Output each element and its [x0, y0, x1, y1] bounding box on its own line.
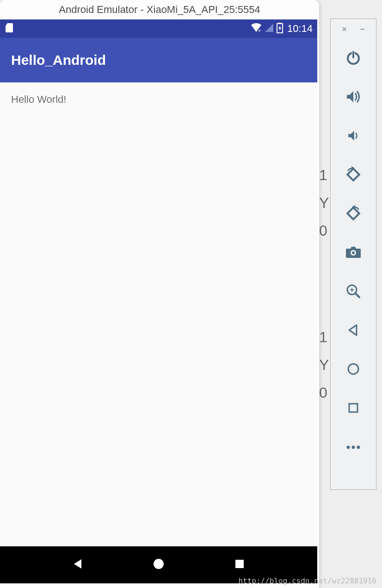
svg-line-14 — [355, 293, 359, 297]
status-left — [5, 22, 14, 35]
svg-point-4 — [154, 559, 164, 569]
svg-rect-9 — [347, 169, 359, 180]
minimize-icon: − — [360, 25, 365, 34]
rotate-right-icon — [345, 205, 362, 224]
emulator-overview-button[interactable] — [339, 395, 367, 423]
app-title: Hello_Android — [11, 52, 106, 68]
svg-rect-18 — [349, 404, 357, 412]
zoom-in-icon — [345, 283, 361, 301]
app-bar: Hello_Android — [0, 38, 317, 82]
camera-icon — [345, 245, 362, 262]
svg-rect-10 — [347, 207, 359, 219]
rotate-left-icon — [345, 166, 362, 185]
volume-down-button[interactable] — [339, 123, 367, 150]
battery-charging-icon — [276, 22, 283, 35]
close-button[interactable]: × — [340, 25, 349, 34]
svg-rect-5 — [235, 560, 244, 568]
wifi-icon: × — [250, 23, 262, 35]
more-horizontal-icon — [345, 444, 361, 452]
triangle-back-icon — [71, 557, 84, 572]
nav-recents-button[interactable] — [230, 556, 249, 574]
status-right: × 10:14 — [250, 22, 313, 35]
nav-back-button[interactable] — [68, 556, 87, 574]
svg-point-17 — [348, 364, 358, 374]
device-screen: × 10:14 Hello_Android Hello World! — [0, 19, 317, 583]
sdcard-icon — [5, 22, 14, 35]
watermark: http://blog.csdn.net/wz22881916 — [238, 576, 376, 585]
background-fragment: Y — [319, 357, 329, 374]
svg-point-19 — [347, 446, 350, 449]
square-recents-icon — [234, 558, 246, 572]
svg-rect-3 — [278, 23, 281, 24]
background-fragment: 0 — [319, 384, 327, 401]
emulator-titlebar[interactable]: Android Emulator - XiaoMi_5A_API_25:5554 — [0, 0, 319, 19]
app-content: Hello World! — [0, 82, 317, 546]
android-status-bar[interactable]: × 10:14 — [0, 19, 317, 38]
triangle-left-icon — [346, 323, 360, 339]
volume-up-button[interactable] — [339, 84, 367, 112]
more-button[interactable] — [339, 434, 367, 462]
screenshot-button[interactable] — [339, 239, 367, 267]
emulator-toolbar: × − — [330, 19, 376, 490]
emulator-back-button[interactable] — [339, 317, 367, 345]
svg-point-12 — [352, 251, 355, 254]
emulator-window: Android Emulator - XiaoMi_5A_API_25:5554… — [0, 0, 319, 588]
rotate-left-button[interactable] — [339, 162, 367, 189]
circle-outline-icon — [346, 362, 360, 378]
emulator-home-button[interactable] — [339, 356, 367, 384]
power-button[interactable] — [339, 45, 367, 73]
background-fragment: 1 — [319, 167, 327, 184]
background-fragment: 0 — [319, 222, 327, 239]
hello-text: Hello World! — [11, 94, 66, 105]
emulator-title-text: Android Emulator - XiaoMi_5A_API_25:5554 — [59, 4, 260, 16]
svg-point-20 — [352, 446, 355, 449]
rotate-right-button[interactable] — [339, 200, 367, 228]
square-outline-icon — [347, 401, 360, 416]
svg-text:×: × — [258, 28, 261, 33]
background-fragment: 1 — [319, 329, 327, 346]
minimize-button[interactable]: − — [358, 25, 367, 34]
status-time: 10:14 — [287, 23, 313, 35]
signal-icon — [264, 23, 274, 35]
zoom-button[interactable] — [339, 278, 367, 306]
close-icon: × — [342, 25, 347, 34]
power-icon — [345, 50, 361, 68]
nav-home-button[interactable] — [149, 556, 168, 574]
svg-point-21 — [357, 446, 360, 449]
volume-up-icon — [345, 88, 362, 107]
background-fragment: Y — [319, 194, 329, 212]
volume-down-icon — [346, 128, 361, 145]
circle-home-icon — [152, 557, 165, 572]
